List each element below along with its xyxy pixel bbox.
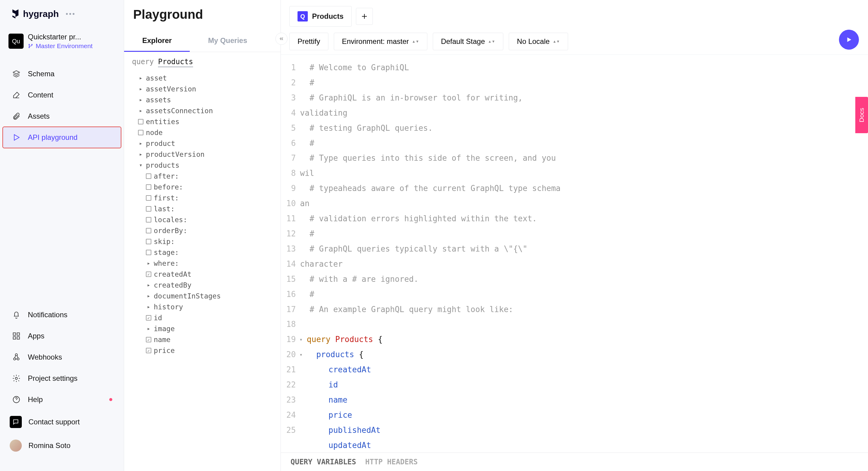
disclosure-triangle-icon: ▶ [138, 75, 144, 81]
tree-item-label: where: [154, 259, 179, 267]
disclosure-triangle-icon: ▶ [146, 261, 151, 266]
query-tab[interactable]: Q Products [289, 6, 352, 27]
tree-item-stage[interactable]: stage: [130, 247, 275, 258]
tree-item-last[interactable]: last: [130, 203, 275, 214]
checkbox-icon [146, 272, 151, 277]
tree-item-name[interactable]: name [130, 334, 275, 345]
nav-label: Romina Soto [28, 441, 70, 450]
svg-point-10 [16, 377, 18, 380]
sidebar-item-notifications[interactable]: Notifications [3, 305, 121, 325]
toolbar: Prettify Environment: master▲▼ Default S… [281, 30, 868, 55]
locale-select[interactable]: No Locale▲▼ [509, 33, 568, 50]
webhook-icon [11, 352, 21, 362]
disclosure-triangle-icon: ▶ [138, 97, 144, 103]
checkbox-icon [146, 228, 151, 233]
bell-icon [11, 310, 21, 320]
tree-item-before[interactable]: before: [130, 182, 275, 192]
panel-tabs: Explorer My Queries [124, 30, 281, 52]
tree-item-after[interactable]: after: [130, 171, 275, 182]
query-keyword: query [132, 58, 154, 66]
tree-item-product[interactable]: ▶product [130, 138, 275, 149]
svg-rect-4 [17, 333, 19, 335]
sidebar-item-webhooks[interactable]: Webhooks [3, 347, 121, 368]
tree-item-label: after: [154, 172, 179, 180]
collapse-explorer-button[interactable] [275, 33, 287, 45]
sidebar-item-support[interactable]: Contact support [3, 410, 121, 434]
editor-area: Q Products Prettify Environment: master▲… [281, 0, 868, 471]
nav-label: Project settings [28, 374, 78, 383]
tree-item-first[interactable]: first: [130, 192, 275, 203]
query-name-input[interactable]: Products [158, 58, 193, 67]
tree-item-label: assetVersion [146, 85, 196, 93]
tree-item-where[interactable]: ▶where: [130, 258, 275, 269]
grid-icon [11, 331, 21, 341]
run-query-button[interactable] [839, 30, 859, 50]
checkbox-icon [146, 250, 151, 255]
tree-item-productVersion[interactable]: ▶productVersion [130, 149, 275, 160]
avatar [10, 440, 22, 451]
tree-item-asset[interactable]: ▶asset [130, 73, 275, 84]
project-selector[interactable]: Qu Quickstarter pr... Master Environment [0, 30, 124, 58]
brand-logo[interactable]: hygraph [11, 8, 59, 20]
sidebar-item-help[interactable]: Help [3, 389, 121, 410]
tree-item-history[interactable]: ▶history [130, 302, 275, 312]
disclosure-triangle-icon: ▶ [138, 108, 144, 114]
plus-icon [361, 13, 368, 20]
tree-item-orderBy[interactable]: orderBy: [130, 225, 275, 236]
tree-item-assetsConnection[interactable]: ▶assetsConnection [130, 105, 275, 116]
environment-select[interactable]: Environment: master▲▼ [334, 33, 427, 50]
tree-item-assetVersion[interactable]: ▶assetVersion [130, 84, 275, 94]
svg-point-0 [29, 44, 30, 45]
tree-item-label: locales: [154, 216, 187, 224]
checkbox-icon [138, 119, 144, 124]
sidebar-item-assets[interactable]: Assets [3, 106, 121, 127]
tree-item-documentInStages[interactable]: ▶documentInStages [130, 291, 275, 302]
tab-query-variables[interactable]: QUERY VARIABLES [290, 458, 356, 466]
checkbox-icon [146, 206, 151, 212]
tree-item-skip[interactable]: skip: [130, 236, 275, 247]
tree-item-image[interactable]: ▶image [130, 323, 275, 334]
sidebar-item-api-playground[interactable]: API playground [3, 127, 121, 148]
tree-item-label: skip: [154, 238, 175, 246]
tree-item-price[interactable]: price [130, 345, 275, 356]
disclosure-triangle-icon: ▶ [138, 86, 144, 92]
tab-explorer[interactable]: Explorer [124, 30, 190, 52]
svg-point-2 [31, 44, 32, 45]
checkbox-icon [146, 184, 151, 190]
nav-label: Webhooks [28, 353, 62, 362]
bottom-tabs: QUERY VARIABLES HTTP HEADERS [281, 452, 868, 471]
tree-item-entities[interactable]: entities [130, 116, 275, 127]
stage-select[interactable]: Default Stage▲▼ [433, 33, 503, 50]
tree-item-createdAt[interactable]: createdAt [130, 269, 275, 280]
panel-title: Playground [124, 0, 281, 30]
nav-label: Schema [28, 70, 55, 78]
tree-item-node[interactable]: node [130, 127, 275, 138]
tree-item-createdBy[interactable]: ▶createdBy [130, 280, 275, 291]
project-environment: Master Environment [28, 42, 93, 50]
tab-http-headers[interactable]: HTTP HEADERS [365, 458, 417, 466]
sidebar-item-apps[interactable]: Apps [3, 326, 121, 346]
svg-rect-3 [13, 333, 16, 335]
tree-item-locales[interactable]: locales: [130, 214, 275, 225]
docs-toggle[interactable]: Docs [855, 97, 868, 133]
tree-item-assets[interactable]: ▶assets [130, 94, 275, 105]
query-tabs-bar: Q Products [281, 0, 868, 30]
disclosure-triangle-icon: ▶ [146, 326, 151, 332]
disclosure-triangle-icon: ▶ [146, 293, 151, 299]
nav-primary: Schema Content Assets API playground [0, 58, 124, 153]
nav-secondary: Notifications Apps Webhooks Project sett… [0, 299, 124, 463]
nav-label: Help [28, 395, 43, 404]
brand-more-button[interactable] [64, 10, 77, 17]
code-editor[interactable]: 1234567891011121314151617181920212223242… [281, 55, 868, 452]
tree-item-label: before: [154, 183, 183, 191]
sidebar-item-schema[interactable]: Schema [3, 64, 121, 84]
prettify-button[interactable]: Prettify [289, 33, 329, 50]
tree-item-id[interactable]: id [130, 312, 275, 323]
sidebar-item-user[interactable]: Romina Soto [3, 434, 121, 457]
sidebar-item-content[interactable]: Content [3, 85, 121, 105]
tree-item-label: createdBy [154, 281, 192, 289]
tree-item-products[interactable]: ▼products [130, 160, 275, 171]
tab-my-queries[interactable]: My Queries [190, 30, 265, 52]
add-tab-button[interactable] [356, 8, 373, 25]
sidebar-item-settings[interactable]: Project settings [3, 368, 121, 389]
